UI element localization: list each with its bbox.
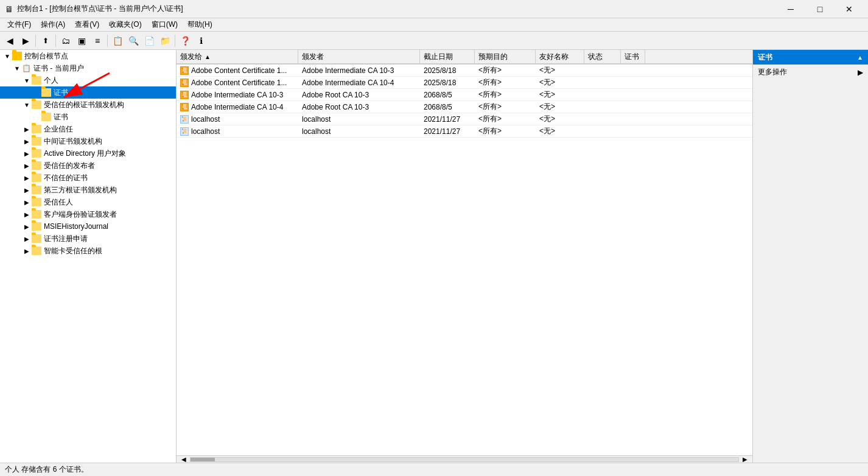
right-panel-title: 证书 bbox=[758, 52, 772, 63]
expand-icon-client-auth[interactable]: ▶ bbox=[22, 209, 32, 219]
menu-help[interactable]: 帮助(H) bbox=[183, 18, 217, 31]
tool-button4[interactable]: 📁 bbox=[158, 34, 172, 47]
tool-button3[interactable]: 📄 bbox=[142, 34, 156, 47]
right-panel-item-more-actions[interactable]: 更多操作 ▶ bbox=[753, 65, 868, 80]
cert-icon-0: 📜 bbox=[180, 66, 189, 75]
scrollbar-track[interactable] bbox=[190, 457, 739, 462]
more-actions-arrow-icon: ▶ bbox=[858, 68, 863, 77]
tree-item-trusted-persons[interactable]: ▶ 受信任人 bbox=[0, 196, 176, 208]
horizontal-scrollbar[interactable]: ◀ ▶ bbox=[177, 455, 752, 463]
tree-item-trusted-root-certs[interactable]: ▶ 证书 bbox=[0, 111, 176, 123]
scroll-right-btn[interactable]: ▶ bbox=[739, 456, 751, 463]
help-button[interactable]: ❓ bbox=[178, 34, 192, 47]
expand-icon-intermediate-ca[interactable]: ▶ bbox=[22, 136, 32, 146]
view-button1[interactable]: ▣ bbox=[74, 34, 89, 47]
tree-item-enterprise-trust[interactable]: ▶ 企业信任 bbox=[0, 123, 176, 135]
tree-item-msie-history[interactable]: ▶ MSIEHistoryJournal bbox=[0, 220, 176, 233]
tree-item-smart-card-root[interactable]: ▶ 智能卡受信任的根 bbox=[0, 245, 176, 257]
expand-icon-trusted-publishers[interactable]: ▶ bbox=[22, 161, 32, 170]
up-button[interactable]: ⬆ bbox=[38, 34, 53, 47]
col-header-friendly-name[interactable]: 友好名称 bbox=[536, 50, 584, 63]
tree-label-trusted-persons: 受信任人 bbox=[44, 197, 73, 208]
app-icon: 🖥 bbox=[5, 4, 13, 14]
menu-file[interactable]: 文件(F) bbox=[2, 18, 36, 31]
tree-label-active-directory: Active Directory 用户对象 bbox=[44, 149, 126, 159]
tree-item-personal[interactable]: ▼ 个人 bbox=[0, 74, 176, 86]
cell-friendly-name-5: <无> bbox=[536, 126, 584, 136]
table-row[interactable]: 📜 Adobe Intermediate CA 10-4 Adobe Root … bbox=[177, 101, 752, 113]
cell-issued-to-3: 📜 Adobe Intermediate CA 10-4 bbox=[177, 103, 298, 111]
cell-friendly-name-2: <无> bbox=[536, 89, 584, 100]
maximize-button[interactable]: □ bbox=[806, 0, 834, 18]
table-row[interactable]: 📜 Adobe Content Certificate 1... Adobe I… bbox=[177, 65, 752, 77]
cell-issued-to-4: 📜 localhost bbox=[177, 115, 298, 124]
folder-icon-trusted-root bbox=[32, 100, 41, 109]
expand-icon-enterprise-trust[interactable]: ▶ bbox=[22, 124, 32, 134]
tree-item-trusted-root[interactable]: ▼ 受信任的根证书颁发机构 bbox=[0, 99, 176, 111]
col-header-expiry[interactable]: 截止日期 bbox=[420, 50, 475, 63]
tree-item-third-party-root[interactable]: ▶ 第三方根证书颁发机构 bbox=[0, 184, 176, 196]
tool-button2[interactable]: 🔍 bbox=[126, 34, 141, 47]
tree-item-trusted-publishers[interactable]: ▶ 受信任的发布者 bbox=[0, 159, 176, 172]
col-header-cert[interactable]: 证书 bbox=[621, 50, 645, 63]
cell-expiry-5: 2021/11/27 bbox=[420, 127, 475, 136]
table-row[interactable]: 📜 localhost localhost 2021/11/27 <所有> <无… bbox=[177, 113, 752, 125]
expand-icon-msie-history[interactable]: ▶ bbox=[22, 222, 32, 231]
folder-icon-untrusted-certs bbox=[32, 173, 41, 182]
tree-item-cert-enrollment[interactable]: ▶ 证书注册申请 bbox=[0, 233, 176, 245]
expand-icon-trusted-persons[interactable]: ▶ bbox=[22, 197, 32, 207]
tree-item-personal-certs[interactable]: ▶ 证书 bbox=[0, 86, 176, 99]
cell-purpose-3: <所有> bbox=[475, 102, 536, 112]
expand-icon-smart-card-root[interactable]: ▶ bbox=[22, 246, 32, 256]
cell-friendly-name-4: <无> bbox=[536, 114, 584, 124]
tool-button1[interactable]: 📋 bbox=[110, 34, 125, 47]
expand-icon-root[interactable]: ▼ bbox=[2, 51, 12, 61]
view-button2[interactable]: ≡ bbox=[90, 34, 105, 47]
col-label-expiry: 截止日期 bbox=[424, 52, 453, 62]
tree-item-active-directory[interactable]: ▶ Active Directory 用户对象 bbox=[0, 147, 176, 159]
table-row[interactable]: 📜 Adobe Content Certificate 1... Adobe I… bbox=[177, 77, 752, 89]
table-row[interactable]: 📜 localhost localhost 2021/11/27 <所有> <无… bbox=[177, 125, 752, 138]
back-button[interactable]: ◀ bbox=[2, 34, 17, 47]
expand-icon-cert-enrollment[interactable]: ▶ bbox=[22, 234, 32, 243]
info-button[interactable]: ℹ bbox=[194, 34, 208, 47]
tree-item-intermediate-ca[interactable]: ▶ 中间证书颁发机构 bbox=[0, 135, 176, 147]
expand-icon-cert-user[interactable]: ▼ bbox=[12, 63, 22, 73]
menu-action[interactable]: 操作(A) bbox=[36, 18, 70, 31]
expand-icon-third-party-root[interactable]: ▶ bbox=[22, 185, 32, 195]
col-header-status[interactable]: 状态 bbox=[584, 50, 621, 63]
folder-icon-trusted-root-certs bbox=[41, 113, 51, 121]
table-row[interactable]: 📜 Adobe Intermediate CA 10-3 Adobe Root … bbox=[177, 89, 752, 101]
scroll-left-btn[interactable]: ◀ bbox=[178, 456, 190, 463]
col-header-purpose[interactable]: 预期目的 bbox=[475, 50, 536, 63]
tree-item-root[interactable]: ▼ 控制台根节点 bbox=[0, 50, 176, 62]
left-panel: ▼ 控制台根节点 ▼ 📋 证书 - 当前用户 ▼ 个人 ▶ 证书 bbox=[0, 50, 177, 463]
col-header-issued-by[interactable]: 颁发者 bbox=[298, 50, 420, 63]
menu-favorites[interactable]: 收藏夹(O) bbox=[104, 18, 146, 31]
minimize-button[interactable]: ─ bbox=[777, 0, 805, 18]
right-panel-collapse-icon[interactable]: ▲ bbox=[857, 54, 863, 61]
tree-item-cert-user[interactable]: ▼ 📋 证书 - 当前用户 bbox=[0, 62, 176, 74]
menu-view[interactable]: 查看(V) bbox=[70, 18, 104, 31]
expand-icon-trusted-root[interactable]: ▼ bbox=[22, 100, 32, 110]
col-header-issued-to[interactable]: 颁发给 ▲ bbox=[177, 50, 298, 63]
tree-item-untrusted-certs[interactable]: ▶ 不信任的证书 bbox=[0, 172, 176, 184]
close-button[interactable]: ✕ bbox=[835, 0, 863, 18]
col-label-purpose: 预期目的 bbox=[478, 52, 508, 62]
expand-icon-personal[interactable]: ▼ bbox=[22, 75, 32, 85]
toolbar-sep-4 bbox=[175, 35, 175, 47]
expand-icon-untrusted-certs[interactable]: ▶ bbox=[22, 173, 32, 183]
cell-issued-by-3: Adobe Root CA 10-3 bbox=[298, 103, 420, 111]
folder-icon-third-party-root bbox=[32, 186, 41, 194]
show-hide-tree-button[interactable]: 🗂 bbox=[58, 34, 73, 47]
cert-icon-4: 📜 bbox=[180, 115, 189, 124]
menu-window[interactable]: 窗口(W) bbox=[147, 18, 183, 31]
scrollbar-thumb[interactable] bbox=[191, 458, 215, 461]
cert-icon-5: 📜 bbox=[180, 127, 189, 136]
tree-label-enterprise-trust: 企业信任 bbox=[44, 124, 73, 135]
cell-issued-by-5: localhost bbox=[298, 127, 420, 136]
forward-button[interactable]: ▶ bbox=[18, 34, 33, 47]
tree-item-client-auth[interactable]: ▶ 客户端身份验证颁发者 bbox=[0, 208, 176, 220]
expand-icon-active-directory[interactable]: ▶ bbox=[22, 149, 32, 158]
more-actions-label: 更多操作 bbox=[758, 67, 787, 77]
